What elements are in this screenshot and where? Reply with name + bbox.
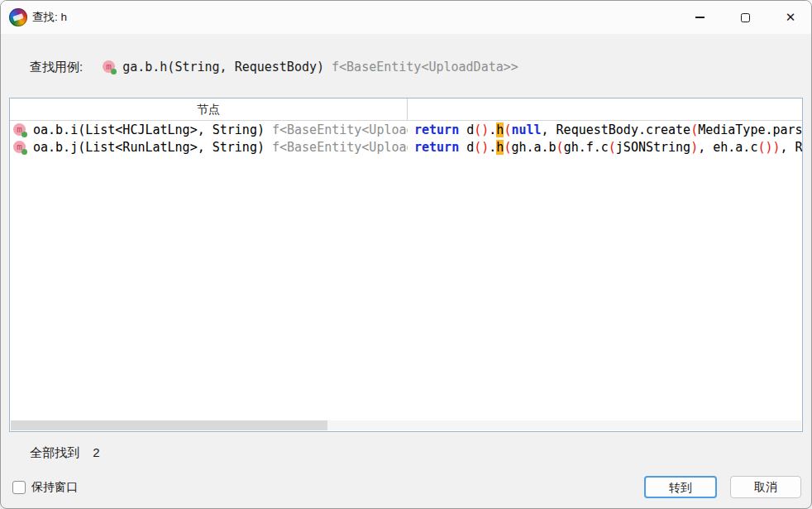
- row-code-cell: return d().h(gh.a.b(gh.f.c(jSONString), …: [408, 139, 802, 156]
- public-access-dot-icon: [111, 69, 117, 74]
- maximize-icon: [741, 13, 750, 22]
- keep-window-label: 保持窗口: [31, 480, 78, 495]
- search-usage-label: 查找用例:: [30, 60, 83, 75]
- row-return-type: f<BaseEntity<Upload: [272, 122, 408, 139]
- table-header: 节点: [10, 98, 802, 121]
- row-node-cell: m oa.b.i(List<HCJLatLng>, String) f<Base…: [10, 122, 408, 139]
- row-method-signature: oa.b.i(List<HCJLatLng>, String): [33, 122, 265, 139]
- status-row: 全部找到 2: [30, 445, 100, 461]
- query-method-signature: ga.b.h(String, RequestBody): [122, 60, 324, 74]
- keep-window-option[interactable]: 保持窗口: [12, 480, 78, 495]
- table-row[interactable]: m oa.b.i(List<HCJLatLng>, String) f<Base…: [10, 122, 802, 139]
- close-button[interactable]: ✕: [772, 1, 809, 34]
- window-title: 查找: h: [32, 1, 67, 34]
- row-return-type: f<BaseEntity<Upload: [272, 139, 408, 156]
- method-icon: m: [103, 60, 117, 74]
- find-dialog-window: 查找: h ✕ 查找用例: m ga.b.h(String, RequestBo…: [0, 0, 812, 509]
- public-access-dot-icon: [21, 132, 27, 137]
- row-method-signature: oa.b.j(List<RunLatLng>, String): [33, 139, 265, 156]
- row-node-cell: m oa.b.j(List<RunLatLng>, String) f<Base…: [10, 139, 408, 156]
- row-code-cell: return d().h(null, RequestBody.create(Me…: [408, 122, 802, 139]
- table-rows: m oa.b.i(List<HCJLatLng>, String) f<Base…: [10, 122, 802, 420]
- query-return-type: f<BaseEntity<UploadData>>: [332, 60, 518, 74]
- maximize-button[interactable]: [727, 1, 763, 34]
- goto-button[interactable]: 转到: [644, 476, 717, 498]
- found-all-label: 全部找到: [30, 445, 79, 459]
- method-icon: m: [13, 141, 27, 155]
- jadx-app-icon: [9, 8, 27, 26]
- minimize-icon: [695, 17, 705, 17]
- horizontal-scrollbar[interactable]: [11, 420, 801, 430]
- public-access-dot-icon: [21, 149, 27, 155]
- cancel-button[interactable]: 取消: [730, 476, 801, 498]
- keep-window-checkbox[interactable]: [12, 481, 26, 494]
- table-row[interactable]: m oa.b.j(List<RunLatLng>, String) f<Base…: [10, 139, 802, 156]
- title-bar: 查找: h ✕: [1, 1, 811, 34]
- horizontal-scrollbar-thumb[interactable]: [11, 420, 327, 430]
- close-icon: ✕: [786, 12, 796, 24]
- column-header-code[interactable]: [408, 98, 802, 120]
- search-usage-row: 查找用例: m ga.b.h(String, RequestBody) f<Ba…: [30, 57, 518, 77]
- results-table: 节点 m oa.b.i(List<HCJLatLng>, String) f<B…: [9, 98, 803, 432]
- minimize-button[interactable]: [681, 1, 718, 34]
- found-count: 2: [93, 445, 99, 459]
- method-icon: m: [13, 123, 27, 137]
- column-header-node[interactable]: 节点: [10, 98, 408, 120]
